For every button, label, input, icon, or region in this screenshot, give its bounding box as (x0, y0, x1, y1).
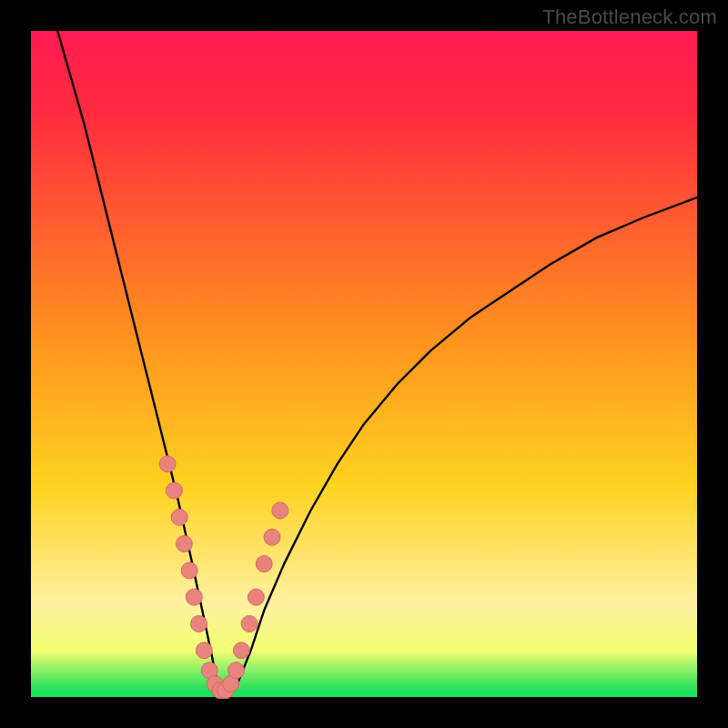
marker-point (264, 529, 280, 545)
bottleneck-curve (57, 31, 697, 697)
marker-point (159, 456, 176, 472)
marker-point (233, 642, 249, 659)
marker-group (159, 456, 288, 699)
marker-point (228, 662, 245, 679)
marker-point (171, 509, 187, 525)
marker-point (256, 556, 272, 572)
watermark-text: TheBottleneck.com (542, 5, 717, 29)
plot-area (31, 31, 697, 697)
marker-point (191, 616, 207, 632)
marker-point (241, 616, 258, 632)
marker-point (196, 642, 212, 659)
marker-point (166, 482, 182, 499)
marker-point (272, 502, 288, 519)
marker-point (248, 589, 264, 605)
chart-frame: TheBottleneck.com (0, 0, 728, 728)
curve-layer (31, 31, 697, 697)
marker-point (176, 536, 192, 552)
marker-point (181, 562, 197, 579)
marker-point (186, 589, 202, 605)
